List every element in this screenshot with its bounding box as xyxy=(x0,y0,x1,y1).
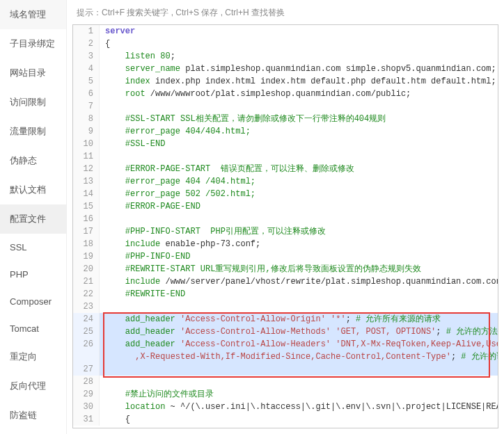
code-line[interactable]: 23 xyxy=(73,300,498,313)
line-number: 25 xyxy=(73,326,100,338)
line-number: 14 xyxy=(73,188,100,200)
line-content[interactable]: add_header 'Access-Control-Allow-Origin'… xyxy=(100,313,498,326)
code-line[interactable]: 9 #error_page 404/404.html; xyxy=(73,125,498,138)
line-content[interactable]: #REWRITE-END xyxy=(100,288,498,300)
line-content[interactable] xyxy=(100,150,498,163)
code-line[interactable]: 27 xyxy=(73,363,498,376)
line-content[interactable]: { xyxy=(100,38,498,50)
sidebar-item-label: 防盗链 xyxy=(10,409,37,421)
line-content[interactable]: add_header 'Access-Control-Allow-Headers… xyxy=(100,338,498,351)
code-line[interactable]: 31 { xyxy=(73,413,498,426)
line-number: 5 xyxy=(73,75,100,88)
code-line[interactable]: 3 listen 80; xyxy=(73,50,498,63)
code-line[interactable]: 10 #SSL-END xyxy=(73,138,498,150)
code-line[interactable]: 20 #REWRITE-START URL重写规则引用,修改后将导致面板设置的伪… xyxy=(73,263,498,275)
line-number: 22 xyxy=(73,288,100,300)
code-editor[interactable]: 1server2{3 listen 80;4 server_name plat.… xyxy=(73,25,498,426)
sidebar-item-7[interactable]: 配置文件 xyxy=(0,204,66,234)
sidebar-item-label: 网站目录 xyxy=(10,67,46,79)
line-number: 17 xyxy=(73,225,100,238)
sidebar-item-4[interactable]: 流量限制 xyxy=(0,117,66,146)
line-number: 19 xyxy=(73,250,100,263)
line-content[interactable]: include /www/server/panel/vhost/rewrite/… xyxy=(100,275,498,288)
code-line[interactable]: 22 #REWRITE-END xyxy=(73,288,498,300)
line-content[interactable]: include enable-php-73.conf; xyxy=(100,238,498,250)
sidebar-item-9[interactable]: PHP xyxy=(0,261,66,288)
line-content[interactable]: #ERROR-PAGE-END xyxy=(100,200,498,213)
line-content[interactable]: location ~ ^/(\.user.ini|\.htaccess|\.gi… xyxy=(100,401,498,413)
sidebar-item-12[interactable]: 重定向 xyxy=(0,342,66,371)
code-line[interactable]: 5 index index.php index.html index.htm d… xyxy=(73,75,498,88)
sidebar-item-label: 重定向 xyxy=(10,351,37,363)
line-content[interactable]: add_header 'Access-Control-Allow-Methods… xyxy=(100,326,498,338)
code-line[interactable]: 29 #禁止访问的文件或目录 xyxy=(73,388,498,401)
line-content[interactable]: listen 80; xyxy=(100,50,498,63)
line-content[interactable]: #SSL-START SSL相关配置，请勿删除或修改下一行带注释的404规则 xyxy=(100,113,498,125)
line-number: 11 xyxy=(73,150,100,163)
sidebar-item-3[interactable]: 访问限制 xyxy=(0,88,66,117)
code-line[interactable]: 15 #ERROR-PAGE-END xyxy=(73,200,498,213)
line-content[interactable]: ,X-Requested-With,If-Modified-Since,Cach… xyxy=(100,351,498,363)
line-content[interactable] xyxy=(100,100,498,113)
code-line[interactable]: 12 #ERROR-PAGE-START 错误页配置，可以注释、删除或修改 xyxy=(73,163,498,175)
sidebar-item-5[interactable]: 伪静态 xyxy=(0,146,66,175)
code-line[interactable]: 21 include /www/server/panel/vhost/rewri… xyxy=(73,275,498,288)
line-content[interactable]: #ERROR-PAGE-START 错误页配置，可以注释、删除或修改 xyxy=(100,163,498,175)
line-content[interactable] xyxy=(100,363,498,376)
sidebar-item-6[interactable]: 默认文档 xyxy=(0,175,66,204)
code-line[interactable]: 17 #PHP-INFO-START PHP引用配置，可以注释或修改 xyxy=(73,225,498,238)
code-line[interactable]: 28 xyxy=(73,376,498,388)
line-content[interactable]: root /www/wwwroot/plat.simpleshop.quanmi… xyxy=(100,88,498,100)
line-content[interactable]: #禁止访问的文件或目录 xyxy=(100,388,498,401)
code-line[interactable]: 4 server_name plat.simpleshop.quanmindia… xyxy=(73,63,498,75)
code-line[interactable]: 11 xyxy=(73,150,498,163)
line-content[interactable]: #error_page 404/404.html; xyxy=(100,125,498,138)
sidebar-item-13[interactable]: 反向代理 xyxy=(0,371,66,401)
code-line[interactable]: 18 include enable-php-73.conf; xyxy=(73,238,498,250)
sidebar-item-1[interactable]: 子目录绑定 xyxy=(0,29,66,58)
code-line[interactable]: 16 xyxy=(73,213,498,225)
line-content[interactable]: server_name plat.simpleshop.quanmindian.… xyxy=(100,63,498,75)
sidebar-item-15[interactable]: 防篡改 xyxy=(0,430,66,434)
code-line[interactable]: 14 #error_page 502 /502.html; xyxy=(73,188,498,200)
line-number: 6 xyxy=(73,88,100,100)
sidebar-item-10[interactable]: Composer xyxy=(0,288,66,315)
line-content[interactable]: #PHP-INFO-START PHP引用配置，可以注释或修改 xyxy=(100,225,498,238)
line-content[interactable] xyxy=(100,376,498,388)
line-content[interactable]: index index.php index.html index.htm def… xyxy=(100,75,498,88)
line-content[interactable]: #error_page 502 /502.html; xyxy=(100,188,498,200)
code-line[interactable]: ,X-Requested-With,If-Modified-Since,Cach… xyxy=(73,351,498,363)
code-line[interactable]: 25 add_header 'Access-Control-Allow-Meth… xyxy=(73,326,498,338)
sidebar-item-2[interactable]: 网站目录 xyxy=(0,58,66,88)
sidebar-item-label: 子目录绑定 xyxy=(10,38,55,50)
code-line[interactable]: 13 #error_page 404 /404.html; xyxy=(73,175,498,188)
sidebar-item-11[interactable]: Tomcat xyxy=(0,315,66,342)
code-line[interactable]: 30 location ~ ^/(\.user.ini|\.htaccess|\… xyxy=(73,401,498,413)
code-line[interactable]: 1server xyxy=(73,25,498,38)
line-content[interactable]: #SSL-END xyxy=(100,138,498,150)
code-line[interactable]: 19 #PHP-INFO-END xyxy=(73,250,498,263)
line-number: 24 xyxy=(73,313,100,326)
line-content[interactable]: #error_page 404 /404.html; xyxy=(100,175,498,188)
line-number: 23 xyxy=(73,300,100,313)
code-line[interactable]: 8 #SSL-START SSL相关配置，请勿删除或修改下一行带注释的404规则 xyxy=(73,113,498,125)
sidebar-item-14[interactable]: 防盗链 xyxy=(0,401,66,430)
line-number: 4 xyxy=(73,63,100,75)
code-line[interactable]: 7 xyxy=(73,100,498,113)
line-content[interactable] xyxy=(100,213,498,225)
line-content[interactable]: #PHP-INFO-END xyxy=(100,250,498,263)
sidebar-item-label: 默认文档 xyxy=(10,184,46,196)
line-content[interactable]: server xyxy=(100,25,498,38)
sidebar-item-0[interactable]: 域名管理 xyxy=(0,0,66,29)
sidebar-item-8[interactable]: SSL xyxy=(0,234,66,261)
line-content[interactable] xyxy=(100,300,498,313)
line-content[interactable]: #REWRITE-START URL重写规则引用,修改后将导致面板设置的伪静态规… xyxy=(100,263,498,275)
line-content[interactable]: { xyxy=(100,413,498,426)
code-line[interactable]: 26 add_header 'Access-Control-Allow-Head… xyxy=(73,338,498,351)
code-line[interactable]: 2{ xyxy=(73,38,498,50)
line-number: 8 xyxy=(73,113,100,125)
sidebar: 域名管理子目录绑定网站目录访问限制流量限制伪静态默认文档配置文件SSLPHPCo… xyxy=(0,0,67,434)
code-line[interactable]: 24 add_header 'Access-Control-Allow-Orig… xyxy=(73,313,498,326)
code-line[interactable]: 6 root /www/wwwroot/plat.simpleshop.quan… xyxy=(73,88,498,100)
editor-container[interactable]: 1server2{3 listen 80;4 server_name plat.… xyxy=(72,24,498,428)
